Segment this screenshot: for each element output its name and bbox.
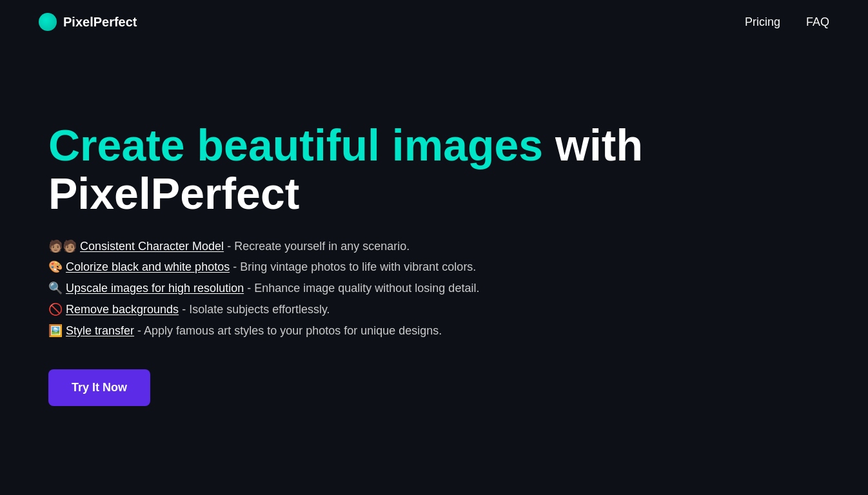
feature-description: - Apply famous art styles to your photos… [137, 324, 442, 337]
try-it-now-button[interactable]: Try It Now [48, 369, 150, 406]
feature-item: 🚫 Remove backgrounds - Isolate subjects … [48, 300, 820, 319]
feature-emoji: 🔍 [48, 282, 66, 295]
feature-link[interactable]: Style transfer [66, 324, 134, 337]
feature-emoji: 🧑🏽🧑🏽 [48, 240, 80, 253]
feature-description: - Isolate subjects effortlessly. [182, 303, 330, 316]
faq-link[interactable]: FAQ [806, 15, 829, 29]
feature-link[interactable]: Colorize black and white photos [66, 260, 230, 273]
features-list: 🧑🏽🧑🏽 Consistent Character Model - Recrea… [48, 237, 820, 340]
feature-description: - Enhance image quality without losing d… [247, 282, 479, 295]
feature-link[interactable]: Remove backgrounds [66, 303, 179, 316]
feature-link[interactable]: Consistent Character Model [80, 240, 224, 253]
site-header: PixelPerfect Pricing FAQ [0, 0, 868, 44]
logo-area[interactable]: PixelPerfect [39, 13, 137, 31]
hero-heading-teal: Create beautiful images [48, 121, 543, 170]
logo-text: PixelPerfect [63, 15, 137, 30]
feature-emoji: 🎨 [48, 260, 66, 273]
feature-link[interactable]: Upscale images for high resolution [66, 282, 244, 295]
feature-emoji: 🖼️ [48, 324, 66, 337]
pricing-link[interactable]: Pricing [745, 15, 780, 29]
hero-heading: Create beautiful images with PixelPerfec… [48, 121, 820, 218]
feature-item: 🧑🏽🧑🏽 Consistent Character Model - Recrea… [48, 237, 820, 256]
feature-description: - Bring vintage photos to life with vibr… [233, 260, 476, 273]
hero-section: Create beautiful images with PixelPerfec… [0, 44, 868, 445]
feature-item: 🎨 Colorize black and white photos - Brin… [48, 258, 820, 277]
feature-item: 🖼️ Style transfer - Apply famous art sty… [48, 322, 820, 340]
logo-icon [39, 13, 57, 31]
feature-emoji: 🚫 [48, 303, 66, 316]
feature-item: 🔍 Upscale images for high resolution - E… [48, 279, 820, 298]
feature-description: - Recreate yourself in any scenario. [227, 240, 409, 253]
main-nav: Pricing FAQ [745, 15, 829, 29]
